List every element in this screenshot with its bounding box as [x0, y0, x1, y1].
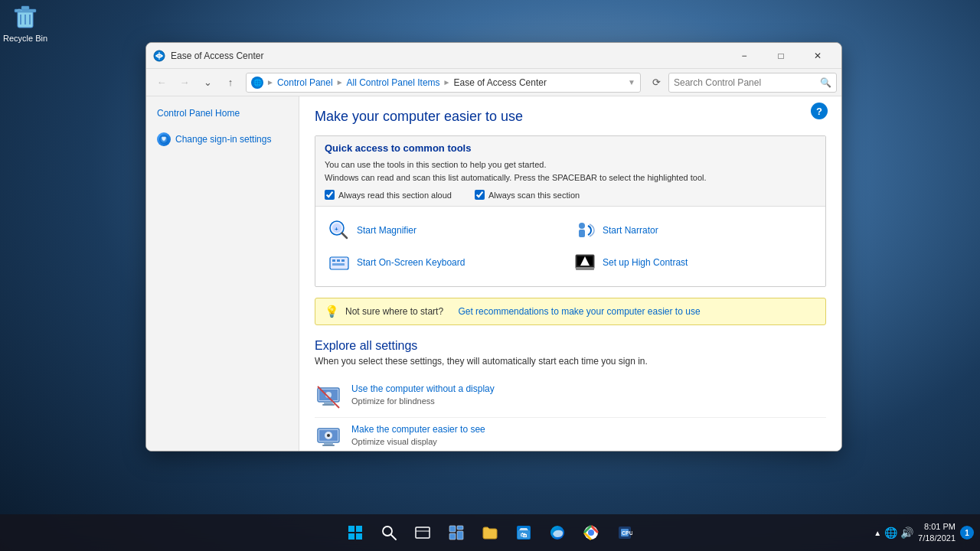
taskbar-tray: ▲ 🌐 🔊: [874, 527, 913, 539]
help-button[interactable]: ?: [811, 103, 828, 119]
svg-rect-56: [348, 533, 354, 540]
taskbar-cpuz-button[interactable]: CPU: [609, 517, 640, 548]
svg-rect-28: [324, 402, 333, 404]
desktop: Recycle Bin Ease of Access Center − □ ✕: [0, 0, 980, 551]
tray-volume-icon[interactable]: 🔊: [900, 527, 913, 539]
taskbar-widgets-button[interactable]: [441, 517, 472, 548]
taskbar-edge-button[interactable]: [542, 517, 573, 548]
taskbar-chrome-button[interactable]: [576, 517, 606, 548]
svg-point-14: [579, 223, 585, 229]
setting-easier-to-see: Make the computer easier to see Optimize…: [315, 418, 826, 451]
main-area: Control Panel Home Change sign-in settin…: [146, 96, 841, 451]
setting-easier-to-see-sub: Optimize visual display: [351, 437, 437, 446]
breadcrumb-bar[interactable]: 🌐 ► Control Panel ► All Control Panel It…: [246, 73, 641, 93]
sidebar-control-panel-home[interactable]: Control Panel Home: [152, 106, 292, 121]
narrator-icon: [573, 219, 596, 242]
svg-rect-17: [332, 259, 335, 262]
close-button[interactable]: ✕: [800, 43, 835, 69]
svg-point-33: [327, 434, 330, 437]
svg-rect-62: [449, 526, 456, 532]
bulb-icon: 💡: [325, 305, 339, 318]
svg-rect-63: [457, 526, 463, 530]
svg-rect-29: [322, 404, 335, 406]
tool-magnifier-label[interactable]: Start Magnifier: [357, 225, 416, 236]
svg-rect-60: [416, 527, 430, 538]
tool-narrator-label[interactable]: Start Narrator: [603, 225, 658, 236]
notification-badge[interactable]: 1: [960, 526, 974, 540]
setting-no-display-sub: Optimize for blindness: [351, 396, 435, 406]
content-area: ? Make your computer easier to use Quick…: [299, 96, 841, 451]
up-button[interactable]: ↑: [220, 72, 241, 93]
taskbar-center: 🛍: [340, 517, 640, 548]
taskbar-right: ▲ 🌐 🔊 8:01 PM 7/18/2021 1: [874, 521, 974, 545]
sidebar-change-signin-icon: [157, 132, 171, 146]
keyboard-icon: [328, 251, 351, 274]
breadcrumb-dropdown[interactable]: ▼: [628, 78, 635, 86]
tray-network-icon[interactable]: 🌐: [884, 527, 897, 539]
sidebar-change-signin-label: Change sign-in settings: [175, 134, 271, 145]
taskbar-task-view-button[interactable]: [407, 517, 438, 548]
minimize-button[interactable]: −: [727, 43, 762, 69]
tools-grid: + Start Magnifier: [315, 207, 825, 286]
setting-no-display: Use the computer without a display Optim…: [315, 377, 826, 418]
checkbox-read-aloud[interactable]: Always read this section aloud: [325, 190, 452, 200]
svg-rect-19: [341, 259, 345, 262]
explore-title: Explore all settings: [315, 339, 826, 353]
back-button[interactable]: ←: [151, 72, 172, 93]
svg-rect-55: [356, 526, 362, 532]
svg-rect-18: [337, 259, 340, 262]
taskbar-clock[interactable]: 8:01 PM 7/18/2021: [918, 521, 956, 545]
forward-button[interactable]: →: [174, 72, 195, 93]
tool-start-narrator[interactable]: Start Narrator: [570, 214, 816, 246]
tool-onscreen-keyboard[interactable]: Start On-Screen Keyboard: [325, 246, 570, 279]
recent-pages-button[interactable]: ⌄: [197, 72, 218, 93]
refresh-button[interactable]: ⟳: [645, 72, 667, 93]
checkbox-scan-label: Always scan this section: [488, 191, 580, 200]
search-bar[interactable]: 🔍: [668, 73, 837, 93]
taskbar-explorer-button[interactable]: [475, 517, 505, 548]
taskbar-time-display: 8:01 PM: [918, 521, 956, 533]
sidebar-change-signin[interactable]: Change sign-in settings: [152, 130, 292, 148]
search-icon[interactable]: 🔍: [820, 77, 831, 88]
checkbox-scan-input[interactable]: [475, 190, 485, 200]
breadcrumb-all-items[interactable]: All Control Panel Items: [347, 77, 440, 88]
start-button[interactable]: [340, 517, 371, 548]
qa-desc2: Windows can read and scan this list auto…: [325, 171, 816, 184]
recycle-bin-label: Recycle Bin: [3, 34, 47, 43]
checkbox-row: Always read this section aloud Always sc…: [325, 190, 816, 200]
setting-easier-to-see-link[interactable]: Make the computer easier to see: [351, 424, 826, 435]
page-title: Make your computer easier to use: [315, 109, 826, 125]
checkbox-read-aloud-input[interactable]: [325, 190, 335, 200]
quick-access-box: Quick access to common tools You can use…: [315, 135, 826, 287]
window-title: Ease of Access Center: [171, 51, 727, 61]
svg-rect-23: [576, 267, 594, 270]
qa-desc1: You can use the tools in this section to…: [325, 158, 816, 171]
easier-to-see-icon: [315, 424, 342, 451]
tool-keyboard-label[interactable]: Start On-Screen Keyboard: [357, 257, 465, 268]
rec-link[interactable]: Get recommendations to make your compute…: [458, 306, 700, 317]
svg-point-58: [383, 527, 392, 536]
rec-prefix: Not sure where to start?: [345, 306, 443, 317]
taskbar-store-button[interactable]: 🛍: [508, 517, 539, 548]
svg-rect-34: [324, 442, 333, 445]
window-icon: [152, 49, 166, 63]
taskbar-date-display: 7/18/2021: [918, 533, 956, 544]
high-contrast-icon: [573, 251, 596, 274]
svg-line-12: [342, 233, 348, 239]
svg-text:+: +: [335, 226, 338, 233]
breadcrumb-control-panel[interactable]: Control Panel: [277, 77, 333, 88]
checkbox-scan[interactable]: Always scan this section: [475, 190, 580, 200]
explore-desc: When you select these settings, they wil…: [315, 356, 826, 367]
search-input[interactable]: [674, 77, 817, 88]
taskbar-search-button[interactable]: [374, 517, 404, 548]
recycle-bin-icon[interactable]: Recycle Bin: [2, 2, 48, 43]
setting-easier-to-see-text: Make the computer easier to see Optimize…: [351, 424, 826, 447]
tray-chevron[interactable]: ▲: [874, 529, 881, 537]
tool-high-contrast-label[interactable]: Set up High Contrast: [603, 257, 688, 268]
setting-no-display-link[interactable]: Use the computer without a display: [351, 383, 826, 394]
maximize-button[interactable]: □: [763, 43, 799, 69]
recommendation-banner: 💡 Not sure where to start? Get recommend…: [315, 298, 826, 325]
tool-high-contrast[interactable]: Set up High Contrast: [570, 246, 816, 279]
tool-start-magnifier[interactable]: + Start Magnifier: [325, 214, 570, 246]
navigation-bar: ← → ⌄ ↑ 🌐 ► Control Panel ► All Control …: [146, 69, 841, 96]
